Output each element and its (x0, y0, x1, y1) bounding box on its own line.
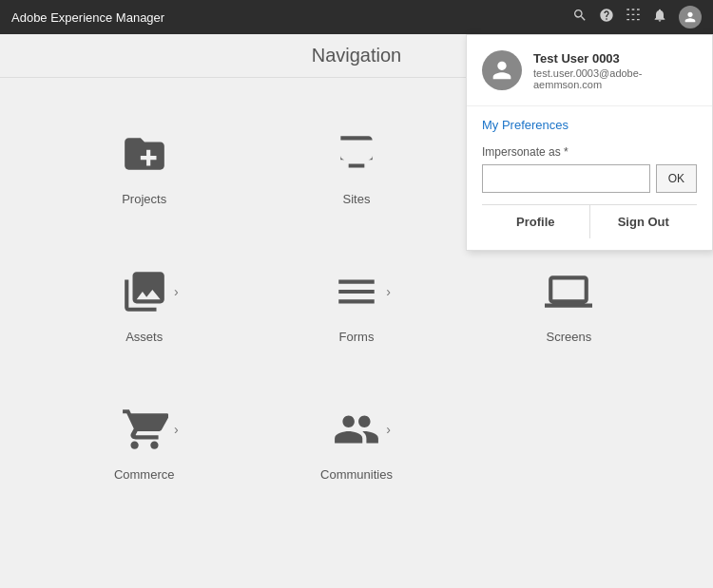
nav-item-screens[interactable]: Screens (463, 235, 675, 372)
profile-button[interactable]: Profile (482, 205, 590, 238)
forms-label: Forms (339, 330, 375, 344)
projects-label: Projects (122, 192, 166, 206)
projects-icon (116, 125, 173, 182)
forms-icon: › (328, 263, 385, 320)
sign-out-button[interactable]: Sign Out (590, 205, 698, 238)
search-icon[interactable] (572, 8, 588, 27)
screens-label: Screens (546, 330, 591, 344)
bell-icon[interactable] (652, 8, 667, 27)
ok-button[interactable]: OK (656, 164, 697, 193)
nav-item-commerce[interactable]: › Commerce (38, 372, 250, 510)
nav-bar-title: Navigation (312, 45, 402, 66)
nav-item-communities[interactable]: › Communities (250, 372, 462, 510)
profile-body: My Preferences Impersonate as * OK Profi… (467, 106, 712, 250)
apps-icon[interactable] (626, 8, 641, 27)
screens-icon (540, 263, 597, 320)
commerce-icon: › (116, 401, 173, 458)
nav-item-projects[interactable]: Projects (38, 97, 250, 235)
profile-footer: Profile Sign Out (482, 204, 697, 238)
communities-label: Communities (320, 467, 393, 482)
avatar[interactable] (679, 6, 702, 28)
impersonate-input[interactable] (482, 164, 650, 193)
assets-label: Assets (125, 330, 163, 344)
profile-avatar (482, 50, 522, 90)
nav-item-sites[interactable]: Sites (250, 97, 462, 235)
sites-icon (328, 125, 385, 182)
help-icon[interactable] (599, 8, 614, 27)
profile-info: Test User 0003 test.user.0003@adobe-aemm… (533, 51, 697, 90)
my-preferences-link[interactable]: My Preferences (482, 118, 697, 132)
impersonate-row: OK (482, 164, 697, 193)
profile-email: test.user.0003@adobe-aemmson.com (533, 67, 697, 90)
sites-label: Sites (343, 192, 371, 206)
assets-icon: › (116, 263, 173, 320)
nav-item-assets[interactable]: › Assets (38, 235, 250, 372)
profile-name: Test User 0003 (533, 51, 697, 66)
commerce-label: Commerce (114, 467, 175, 482)
header-icons (572, 6, 702, 28)
nav-item-forms[interactable]: › Forms (250, 235, 462, 372)
profile-dropdown: Test User 0003 test.user.0003@adobe-aemm… (466, 34, 713, 251)
profile-header: Test User 0003 test.user.0003@adobe-aemm… (467, 35, 712, 106)
app-title: Adobe Experience Manager (11, 10, 164, 25)
impersonate-label: Impersonate as * (482, 145, 697, 159)
communities-icon: › (328, 401, 385, 458)
header: Adobe Experience Manager (0, 0, 713, 34)
